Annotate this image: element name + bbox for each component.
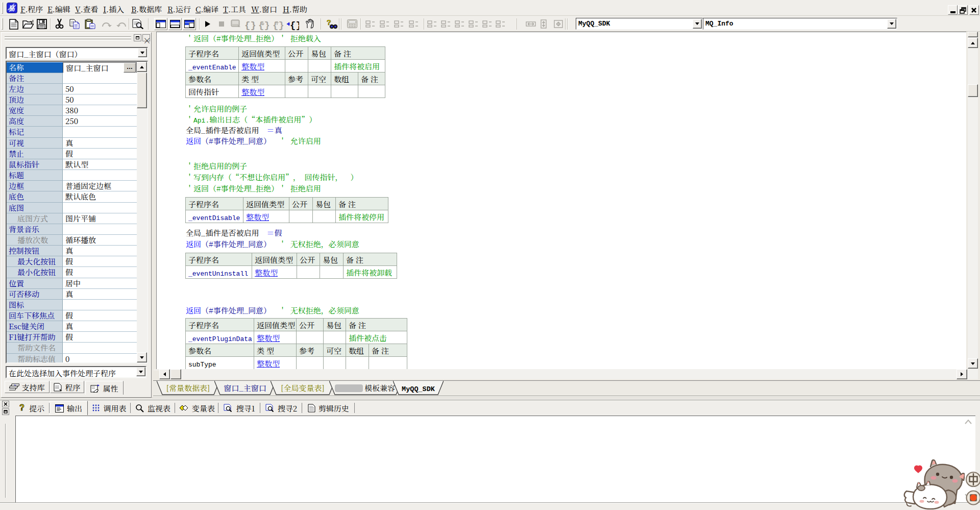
svg-text:[常量数据表]: [常量数据表] <box>166 382 210 393</box>
svg-text:{}: {} <box>244 20 255 30</box>
svg-text:MyQQ_SDK: MyQQ_SDK <box>402 385 435 393</box>
svg-text:模板兼容: 模板兼容 <box>364 382 395 393</box>
svg-text:?: ? <box>19 403 24 412</box>
svg-text:{}: {} <box>258 20 269 30</box>
svg-text:窗口_主窗口: 窗口_主窗口 <box>224 382 266 393</box>
svg-text:{}: {} <box>273 20 283 30</box>
svg-text:[全局变量表]: [全局变量表] <box>281 382 324 393</box>
svg-text:易: 易 <box>9 3 15 13</box>
svg-text:{}: {} <box>290 20 299 30</box>
